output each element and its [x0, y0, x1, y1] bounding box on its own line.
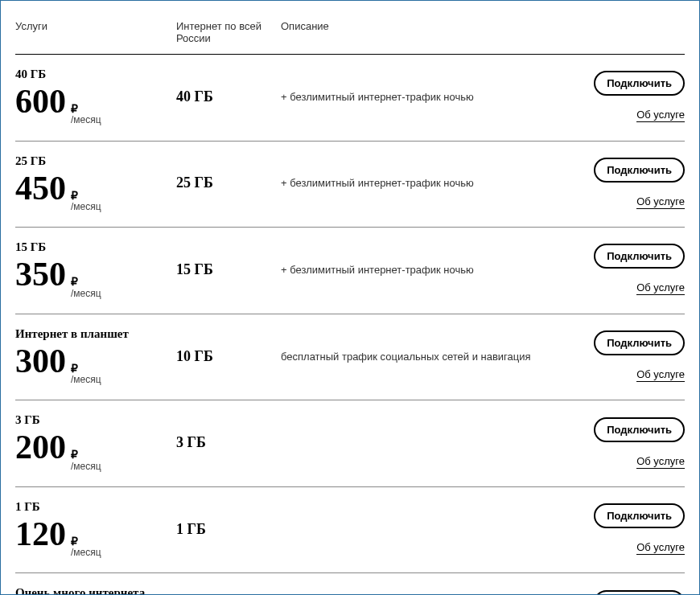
plan-cell-services: 3 ГБ 200 ₽ /месяц — [15, 413, 176, 472]
plan-description: + безлимитный интернет-трафик ночью — [281, 177, 580, 189]
table-row: 40 ГБ 600 ₽ /месяц 40 ГБ + безлимитный и… — [15, 55, 685, 142]
ruble-icon: ₽ — [71, 103, 101, 115]
plan-internet: 3 ГБ — [176, 434, 281, 451]
plan-title: 15 ГБ — [15, 240, 176, 254]
plan-title: 3 ГБ — [15, 413, 176, 427]
about-link[interactable]: Об услуге — [636, 541, 685, 555]
plan-cell-services: 40 ГБ 600 ₽ /месяц — [15, 68, 176, 126]
connect-button[interactable]: Подключить — [594, 590, 685, 595]
about-link[interactable]: Об услуге — [636, 109, 685, 122]
ruble-icon: ₽ — [71, 276, 101, 288]
plan-price: 120 — [15, 517, 66, 551]
plan-description: + безлимитный интернет-трафик ночью — [281, 264, 580, 276]
plan-cell-services: 1 ГБ 120 ₽ /месяц — [15, 500, 176, 559]
per-month-label: /месяц — [71, 202, 101, 212]
table-header: Услуги Интернет по всей России Описание — [15, 12, 685, 55]
plan-rows: 40 ГБ 600 ₽ /месяц 40 ГБ + безлимитный и… — [15, 55, 685, 595]
plan-price-wrap: 350 ₽ /месяц — [15, 257, 176, 299]
plan-price-wrap: 450 ₽ /месяц — [15, 171, 176, 213]
plan-title: Очень много интернета — [15, 586, 176, 595]
plan-price-meta: ₽ /месяц — [71, 103, 101, 126]
table-row: 25 ГБ 450 ₽ /месяц 25 ГБ + безлимитный и… — [15, 142, 685, 228]
plan-title: 40 ГБ — [15, 68, 176, 81]
connect-button[interactable]: Подключить — [594, 417, 685, 442]
plan-description: + безлимитный интернет-трафик ночью — [281, 91, 580, 103]
plan-price: 300 — [15, 344, 66, 378]
plan-price-meta: ₽ /месяц — [71, 190, 101, 213]
plan-cell-services: Очень много интернета 100 ₽ /месяц — [15, 586, 176, 595]
connect-button[interactable]: Подключить — [594, 158, 685, 183]
plan-price-meta: ₽ /месяц — [71, 449, 101, 472]
ruble-icon: ₽ — [71, 363, 101, 375]
plan-price-wrap: 300 ₽ /месяц — [15, 344, 176, 386]
plan-actions: Подключить Об услуге — [580, 71, 685, 122]
header-description: Описание — [281, 20, 580, 32]
pricing-table: Услуги Интернет по всей России Описание … — [1, 1, 699, 595]
plan-actions: Подключить Об услуге — [580, 244, 685, 295]
table-row: 15 ГБ 350 ₽ /месяц 15 ГБ + безлимитный и… — [15, 228, 685, 314]
plan-actions: Подключить Об услуге — [580, 590, 685, 595]
plan-actions: Подключить Об услуге — [580, 503, 685, 555]
plan-title: 25 ГБ — [15, 154, 176, 168]
ruble-icon: ₽ — [71, 190, 101, 202]
plan-price: 450 — [15, 171, 66, 205]
per-month-label: /месяц — [71, 115, 101, 125]
per-month-label: /месяц — [71, 462, 101, 472]
about-link[interactable]: Об услуге — [636, 281, 685, 295]
plan-internet: 10 ГБ — [176, 348, 281, 365]
plan-price-wrap: 600 ₽ /месяц — [15, 84, 176, 126]
about-link[interactable]: Об услуге — [636, 368, 685, 382]
plan-price-meta: ₽ /месяц — [71, 363, 101, 386]
plan-title: Интернет в планшет — [15, 327, 176, 341]
plan-price: 200 — [15, 430, 66, 464]
plan-internet: 40 ГБ — [176, 88, 281, 105]
plan-price: 350 — [15, 257, 66, 291]
plan-internet: 25 ГБ — [176, 174, 281, 191]
per-month-label: /месяц — [71, 289, 101, 299]
plan-description: бесплатный трафик социальных сетей и нав… — [281, 351, 580, 363]
header-services: Услуги — [15, 20, 176, 32]
table-row: 1 ГБ 120 ₽ /месяц 1 ГБ Подключить Об усл… — [15, 487, 685, 574]
ruble-icon: ₽ — [71, 536, 101, 548]
per-month-label: /месяц — [71, 548, 101, 558]
plan-price-meta: ₽ /месяц — [71, 536, 101, 559]
plan-internet: 15 ГБ — [176, 261, 281, 278]
plan-actions: Подключить Об услуге — [580, 158, 685, 209]
plan-internet: 1 ГБ — [176, 521, 281, 538]
connect-button[interactable]: Подключить — [594, 244, 685, 269]
table-row: Интернет в планшет 300 ₽ /месяц 10 ГБ бе… — [15, 314, 685, 401]
plan-price-wrap: 120 ₽ /месяц — [15, 517, 176, 559]
plan-cell-services: 25 ГБ 450 ₽ /месяц — [15, 154, 176, 213]
about-link[interactable]: Об услуге — [636, 455, 685, 469]
about-link[interactable]: Об услуге — [636, 195, 685, 209]
per-month-label: /месяц — [71, 375, 101, 385]
plan-price-wrap: 200 ₽ /месяц — [15, 430, 176, 472]
plan-price-meta: ₽ /месяц — [71, 276, 101, 299]
plan-cell-services: 15 ГБ 350 ₽ /месяц — [15, 240, 176, 299]
connect-button[interactable]: Подключить — [594, 503, 685, 528]
connect-button[interactable]: Подключить — [594, 330, 685, 355]
plan-price: 600 — [15, 84, 66, 118]
header-internet: Интернет по всей России — [176, 20, 281, 44]
plan-actions: Подключить Об услуге — [580, 330, 685, 382]
connect-button[interactable]: Подключить — [594, 71, 685, 96]
plan-title: 1 ГБ — [15, 500, 176, 514]
plan-actions: Подключить Об услуге — [580, 417, 685, 469]
table-row: 3 ГБ 200 ₽ /месяц 3 ГБ Подключить Об усл… — [15, 400, 685, 487]
ruble-icon: ₽ — [71, 449, 101, 461]
table-row: Очень много интернета 100 ₽ /месяц Подкл… — [15, 573, 685, 595]
plan-cell-services: Интернет в планшет 300 ₽ /месяц — [15, 327, 176, 386]
